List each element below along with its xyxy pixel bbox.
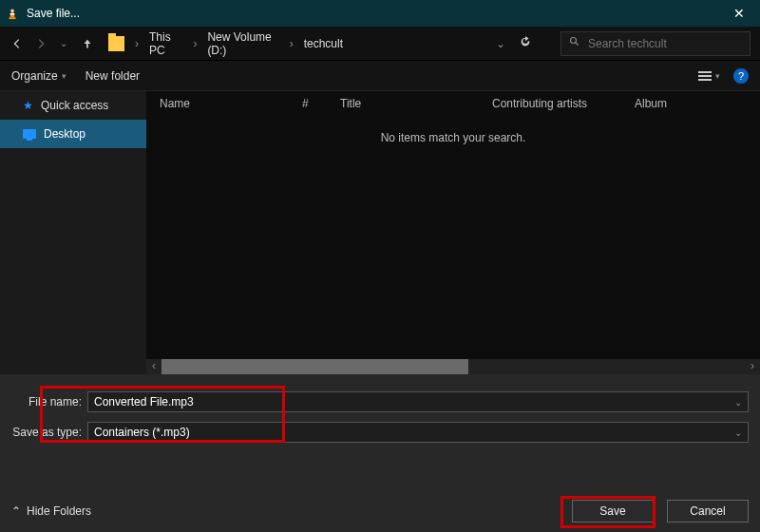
scrollbar-thumb[interactable] <box>162 359 468 374</box>
col-name[interactable]: Name <box>160 97 302 110</box>
nav-bar: ⌄ › This PC › New Volume (D:) › techcult… <box>0 27 760 61</box>
recent-dropdown[interactable]: ⌄ <box>56 34 72 53</box>
organize-label: Organize <box>11 69 58 83</box>
savetype-row: Save as type: Containers (*.mp3) ⌄ <box>11 420 749 445</box>
bottom-panel: File name: Converted File.mp3 ⌄ Save as … <box>0 374 760 532</box>
window-title: Save file... <box>27 7 718 20</box>
savetype-select[interactable]: Containers (*.mp3) ⌄ <box>87 422 749 443</box>
sidebar: ★ Quick access Desktop <box>0 91 146 374</box>
scroll-right-icon[interactable]: › <box>745 359 760 374</box>
chevron-right-icon: › <box>193 37 197 50</box>
organize-button[interactable]: Organize ▾ <box>11 69 66 83</box>
chevron-right-icon: › <box>135 37 139 50</box>
svg-rect-3 <box>10 13 15 15</box>
column-headers: Name # Title Contributing artists Album <box>146 91 760 116</box>
cancel-button[interactable]: Cancel <box>667 500 749 522</box>
breadcrumb-root[interactable]: This PC <box>149 30 182 57</box>
chevron-down-icon: ▾ <box>62 71 66 81</box>
hide-folders-button[interactable]: ⌃ Hide Folders <box>11 504 91 518</box>
list-view-icon <box>698 71 712 81</box>
svg-line-5 <box>576 43 579 46</box>
chevron-down-icon: ▾ <box>715 71 720 81</box>
up-button[interactable] <box>80 34 96 53</box>
chevron-up-icon: ⌃ <box>11 504 21 518</box>
filename-label: File name: <box>11 395 87 408</box>
title-bar: Save file... ✕ <box>0 0 760 27</box>
vlc-icon <box>6 7 19 20</box>
desktop-icon <box>23 129 36 139</box>
svg-rect-2 <box>10 10 14 12</box>
chevron-right-icon: › <box>290 37 294 50</box>
horizontal-scrollbar[interactable]: ‹ › <box>146 359 760 374</box>
breadcrumb-mid[interactable]: New Volume (D:) <box>207 30 278 57</box>
sidebar-item-desktop[interactable]: Desktop <box>0 120 146 148</box>
savetype-value: Containers (*.mp3) <box>94 426 190 439</box>
forward-button[interactable] <box>33 34 49 53</box>
view-button[interactable]: ▾ <box>698 71 720 81</box>
sidebar-item-quick-access[interactable]: ★ Quick access <box>0 91 146 120</box>
col-number[interactable]: # <box>302 97 340 110</box>
search-box[interactable] <box>560 31 750 56</box>
toolbar: Organize ▾ New folder ▾ ? <box>0 61 760 91</box>
file-list-pane: Name # Title Contributing artists Album … <box>146 91 760 374</box>
new-folder-button[interactable]: New folder <box>86 69 140 83</box>
back-button[interactable] <box>10 34 26 53</box>
scroll-left-icon[interactable]: ‹ <box>146 359 162 374</box>
svg-point-4 <box>571 38 577 44</box>
filename-row: File name: Converted File.mp3 ⌄ <box>11 390 749 414</box>
filename-value: Converted File.mp3 <box>94 395 194 408</box>
breadcrumb-leaf[interactable]: techcult <box>304 37 343 50</box>
button-row: ⌃ Hide Folders Save Cancel <box>11 500 749 522</box>
folder-icon <box>108 36 124 51</box>
breadcrumb-dropdown[interactable]: ⌄ <box>496 37 505 50</box>
main-area: ★ Quick access Desktop Name # Title Cont… <box>0 91 760 374</box>
chevron-down-icon[interactable]: ⌄ <box>734 397 742 408</box>
col-album[interactable]: Album <box>635 97 760 110</box>
sidebar-item-label: Quick access <box>41 99 108 112</box>
svg-marker-0 <box>10 8 14 18</box>
savetype-label: Save as type: <box>11 426 87 439</box>
search-icon <box>569 36 580 50</box>
save-button[interactable]: Save <box>572 500 654 522</box>
filename-input[interactable]: Converted File.mp3 ⌄ <box>87 391 749 412</box>
refresh-button[interactable] <box>519 35 532 51</box>
search-input[interactable] <box>588 37 742 50</box>
col-title[interactable]: Title <box>340 97 492 110</box>
close-button[interactable]: ✕ <box>718 6 760 21</box>
help-button[interactable]: ? <box>733 68 749 84</box>
star-icon: ★ <box>23 99 33 112</box>
hide-folders-label: Hide Folders <box>27 504 91 518</box>
svg-rect-1 <box>10 17 16 19</box>
chevron-down-icon[interactable]: ⌄ <box>734 428 742 438</box>
empty-message: No items match your search. <box>146 131 760 144</box>
col-contributing[interactable]: Contributing artists <box>492 97 635 110</box>
sidebar-item-label: Desktop <box>44 127 86 141</box>
